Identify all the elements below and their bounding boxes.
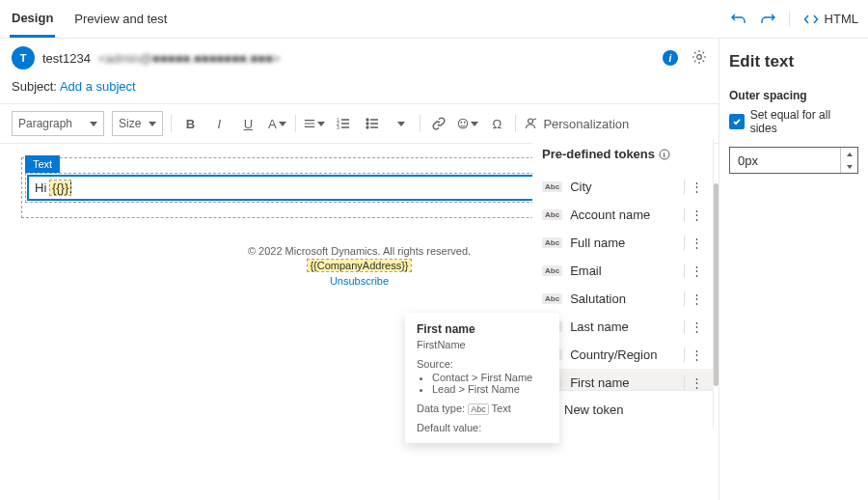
checkmark-icon	[729, 114, 745, 129]
font-color-icon[interactable]: A	[266, 113, 287, 134]
gear-icon[interactable]	[692, 49, 707, 68]
text-type-icon: Abc	[468, 403, 489, 415]
separator	[789, 12, 790, 27]
token-item[interactable]: AbcFirst name⋮	[532, 369, 713, 390]
text-type-icon: Abc	[542, 293, 562, 304]
more-icon[interactable]: ⋮	[684, 347, 703, 362]
subject-row: Subject: Add a subject	[0, 77, 719, 103]
avatar: T	[12, 46, 35, 69]
more-icon[interactable]: ⋮	[684, 180, 703, 194]
svg-point-4	[366, 119, 368, 121]
token-item[interactable]: AbcCity⋮	[532, 173, 713, 201]
from-name: test1234	[42, 51, 91, 66]
token-tooltip: First name FirstName Source: Contact > F…	[405, 313, 559, 443]
tooltip-default-label: Default value:	[417, 422, 548, 433]
more-icon[interactable]: ⋮	[684, 208, 703, 222]
svg-point-5	[366, 123, 368, 125]
tooltip-name: First name	[417, 322, 548, 336]
tooltip-source-item: Lead > First Name	[432, 383, 548, 395]
editor-tabs: Design Preview and test	[10, 0, 169, 38]
equal-sides-checkbox[interactable]: Set equal for all sides	[729, 108, 858, 135]
outer-spacing-label: Outer spacing	[729, 89, 858, 102]
numbered-list-icon[interactable]: 123	[333, 113, 354, 134]
token-item[interactable]: AbcLast name⋮	[532, 313, 713, 341]
emoji-icon[interactable]	[457, 113, 478, 134]
text-type-icon: Abc	[542, 181, 562, 192]
symbol-icon[interactable]: Ω	[486, 113, 507, 134]
text-caret	[70, 182, 71, 195]
top-actions: HTML	[731, 12, 858, 27]
personalization-button[interactable]: Personalization	[524, 117, 648, 131]
align-icon[interactable]	[304, 113, 325, 134]
tab-design[interactable]: Design	[10, 0, 55, 38]
token-list: AbcCity⋮ AbcAccount name⋮ AbcFull name⋮ …	[532, 173, 713, 390]
svg-text:i: i	[664, 151, 665, 159]
style-select[interactable]: Paragraph	[12, 111, 104, 136]
svg-point-10	[529, 119, 533, 124]
tooltip-source-item: Contact > First Name	[432, 372, 548, 383]
redo-icon[interactable]	[760, 12, 775, 27]
more-icon[interactable]: ⋮	[684, 292, 703, 306]
more-icon[interactable]: ⋮	[684, 375, 703, 390]
html-view-button[interactable]: HTML	[803, 12, 858, 27]
inline-token-placeholder[interactable]: {{}}	[50, 181, 70, 195]
token-item[interactable]: AbcSalutation⋮	[532, 285, 713, 313]
svg-point-0	[697, 54, 702, 59]
indent-icon[interactable]	[391, 113, 412, 134]
undo-icon[interactable]	[731, 12, 746, 27]
svg-point-6	[366, 126, 368, 128]
info-icon[interactable]: i	[663, 50, 678, 66]
block-type-badge: Text	[25, 155, 60, 173]
bullet-list-icon[interactable]	[362, 113, 383, 134]
more-icon[interactable]: ⋮	[684, 236, 703, 250]
svg-point-8	[461, 122, 462, 123]
token-panel-title: Pre-defined tokens i	[532, 139, 713, 173]
new-token-button[interactable]: ＋ New token	[532, 390, 713, 429]
token-item[interactable]: AbcEmail⋮	[532, 257, 713, 285]
link-icon[interactable]	[428, 113, 449, 134]
token-item[interactable]: AbcCountry/Region⋮	[532, 341, 713, 369]
html-label: HTML	[825, 12, 858, 26]
text-type-icon: Abc	[542, 265, 562, 276]
footer-address-token[interactable]: {{CompanyAddress}}	[308, 260, 410, 271]
spacing-value[interactable]: 0px	[730, 153, 840, 168]
token-item[interactable]: AbcFull name⋮	[532, 229, 713, 257]
scrollbar[interactable]	[714, 183, 719, 386]
subject-link[interactable]: Add a subject	[60, 79, 136, 94]
tooltip-datatype: Data type: Abc Text	[417, 403, 548, 414]
panel-title: Edit text	[729, 52, 858, 71]
svg-point-9	[465, 122, 466, 123]
svg-text:3: 3	[337, 125, 339, 130]
underline-icon[interactable]: U	[237, 113, 258, 134]
more-icon[interactable]: ⋮	[684, 264, 703, 278]
more-icon[interactable]: ⋮	[684, 319, 703, 334]
rich-text-toolbar: Paragraph Size B I U A 123 Ω Personaliza…	[0, 103, 719, 144]
subject-label: Subject:	[12, 79, 57, 94]
spacing-input[interactable]: 0px	[729, 147, 858, 174]
tooltip-value: FirstName	[417, 339, 548, 350]
spin-up-icon[interactable]	[841, 148, 857, 160]
text-type-icon: Abc	[542, 237, 562, 248]
tooltip-source-label: Source:	[417, 358, 548, 370]
italic-icon[interactable]: I	[208, 113, 230, 134]
spin-down-icon[interactable]	[841, 160, 857, 173]
text-type-icon: Abc	[542, 209, 562, 220]
properties-panel: Edit text Outer spacing Set equal for al…	[719, 39, 868, 500]
tab-preview[interactable]: Preview and test	[72, 0, 169, 38]
from-row: T test1234 <admin@■■■■■.■■■■■■■.■■■> i	[0, 39, 719, 77]
from-address: <admin@■■■■■.■■■■■■■.■■■>	[98, 51, 281, 66]
bold-icon[interactable]: B	[179, 113, 201, 134]
token-panel: Pre-defined tokens i AbcCity⋮ AbcAccount…	[532, 139, 714, 429]
size-select[interactable]: Size	[112, 111, 163, 136]
token-item[interactable]: AbcAccount name⋮	[532, 201, 713, 229]
